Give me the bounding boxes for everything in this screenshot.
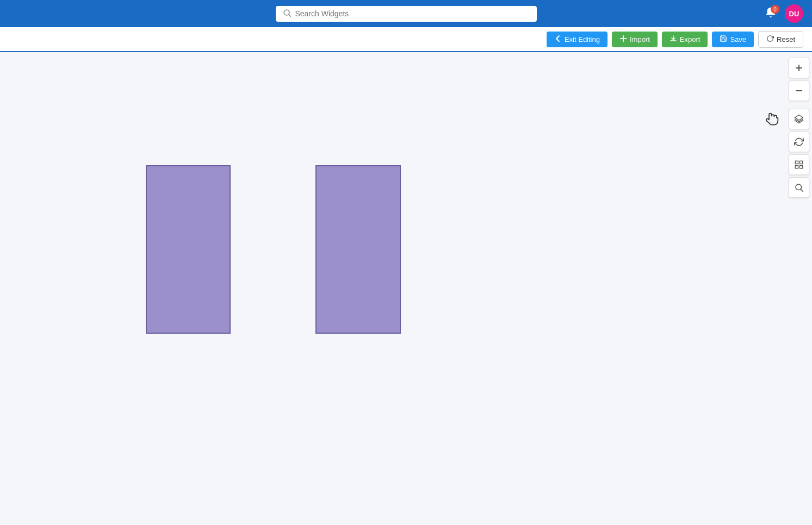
plus-icon xyxy=(619,35,627,44)
export-icon xyxy=(670,35,677,44)
widget-box-2[interactable] xyxy=(315,165,401,334)
refresh-button[interactable] xyxy=(789,132,809,152)
cursor-icon xyxy=(765,111,780,129)
search-icon xyxy=(283,9,291,18)
arrow-left-icon xyxy=(554,35,562,44)
zoom-out-button[interactable] xyxy=(789,80,809,101)
avatar[interactable]: DU xyxy=(785,4,803,23)
reset-label: Reset xyxy=(777,35,795,43)
import-label: Import xyxy=(630,35,650,43)
exit-editing-button[interactable]: Exit Editing xyxy=(547,32,608,47)
search-container xyxy=(276,6,537,22)
widget-box-1[interactable] xyxy=(146,165,231,334)
import-button[interactable]: Import xyxy=(612,32,658,47)
toolbar: Exit Editing Import Export Save xyxy=(0,27,812,52)
exit-editing-label: Exit Editing xyxy=(565,35,600,43)
canvas-area[interactable] xyxy=(0,52,812,525)
svg-rect-8 xyxy=(795,161,798,164)
svg-rect-11 xyxy=(800,166,803,168)
nav-right: 0 DU xyxy=(762,4,803,23)
svg-line-1 xyxy=(289,15,291,17)
reset-icon xyxy=(766,35,774,44)
svg-rect-10 xyxy=(795,166,798,168)
svg-rect-9 xyxy=(800,161,803,164)
save-icon xyxy=(720,35,727,44)
export-button[interactable]: Export xyxy=(662,32,708,47)
search-canvas-button[interactable] xyxy=(789,177,809,198)
side-toolbar xyxy=(786,52,812,198)
zoom-in-button[interactable] xyxy=(789,58,809,78)
search-input[interactable] xyxy=(295,9,529,18)
reset-button[interactable]: Reset xyxy=(758,31,803,48)
notification-button[interactable]: 0 xyxy=(762,5,779,22)
svg-line-13 xyxy=(801,189,803,191)
save-button[interactable]: Save xyxy=(712,32,754,47)
notification-badge: 0 xyxy=(771,5,779,14)
layers-button[interactable] xyxy=(789,109,809,129)
grid-button[interactable] xyxy=(789,154,809,175)
save-label: Save xyxy=(730,35,746,43)
navbar: 0 DU xyxy=(0,0,812,27)
export-label: Export xyxy=(680,35,701,43)
